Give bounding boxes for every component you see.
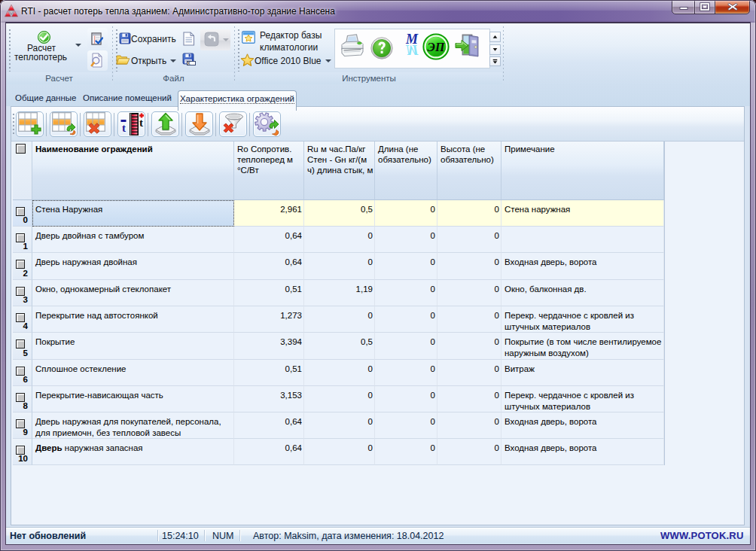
svg-text:ЭП: ЭП — [428, 41, 445, 53]
svg-text:M: M — [405, 42, 419, 57]
svg-text:t: t — [139, 117, 143, 129]
svg-text:t: t — [122, 122, 126, 134]
